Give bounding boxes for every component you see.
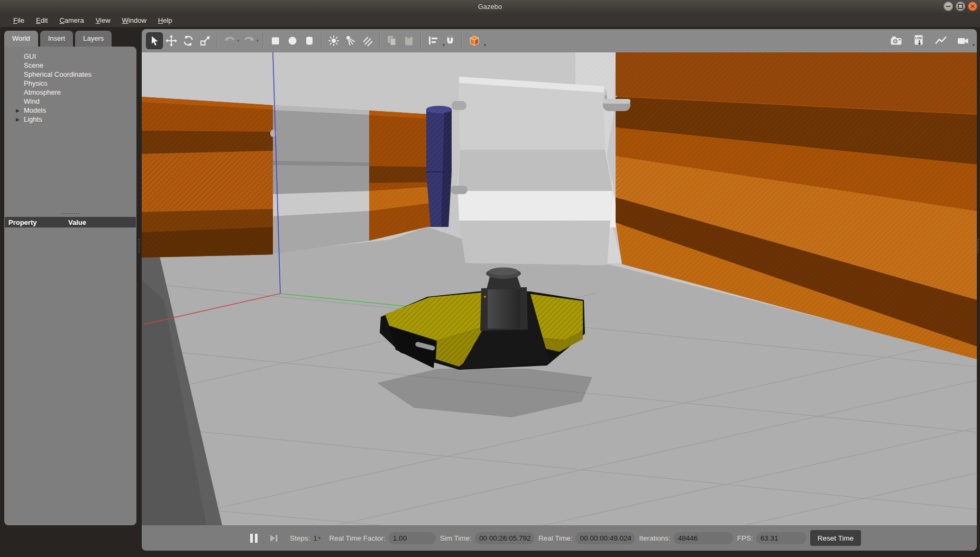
reset-time-button[interactable]: Reset Time (810, 530, 861, 546)
left-splitter-handle[interactable] (139, 239, 140, 253)
tree-item-scene[interactable]: Scene (4, 61, 136, 70)
menu-file[interactable]: File (7, 14, 30, 26)
value-column-header: Value (68, 218, 86, 226)
barrier-white-center (451, 77, 630, 265)
tab-layers[interactable]: Layers (75, 31, 112, 47)
log-recording-button[interactable]: LOG (910, 32, 927, 49)
undo-icon (223, 34, 236, 47)
steps-caret-icon[interactable]: ▾ (318, 535, 321, 541)
translate-tool-button[interactable] (163, 32, 180, 49)
spot-light-button[interactable] (342, 32, 359, 49)
align-icon (427, 34, 439, 47)
world-panel-body: GUI Scene Spherical Coordinates Physics … (4, 47, 136, 525)
box-icon (269, 34, 282, 47)
title-bar[interactable]: Gazebo ✕ (0, 0, 980, 13)
insert-cylinder-button[interactable] (301, 32, 318, 49)
expand-arrow-icon[interactable]: ▶ (16, 108, 24, 113)
screenshot-button[interactable] (888, 32, 905, 49)
iterations-label: Iterations: (639, 534, 670, 542)
rtf-label: Real Time Factor: (329, 534, 386, 542)
scale-tool-button[interactable] (197, 32, 214, 49)
camera-icon (890, 34, 903, 47)
close-icon: ✕ (970, 3, 975, 10)
copy-button[interactable] (383, 32, 400, 49)
window-controls: ✕ (944, 2, 977, 11)
world-tree: GUI Scene Spherical Coordinates Physics … (4, 47, 136, 211)
video-record-button[interactable]: ▾ (955, 32, 972, 49)
minimize-button[interactable] (944, 2, 953, 11)
property-table-empty (4, 227, 136, 525)
sphere-icon (286, 34, 299, 47)
redo-button[interactable] (241, 32, 258, 49)
cylinder-icon (303, 34, 316, 47)
insert-box-button[interactable] (267, 32, 284, 49)
paste-button[interactable] (400, 32, 417, 49)
real-time-value: 00 00:00:49.024 (575, 532, 635, 544)
view-cube-icon (468, 34, 481, 47)
sim-time-label: Sim Time: (440, 534, 472, 542)
maximize-button[interactable] (956, 2, 965, 11)
steps-value[interactable]: 1 (313, 534, 317, 542)
render-viewport-3d[interactable] (142, 52, 977, 525)
menu-window[interactable]: Window (116, 14, 152, 26)
view-angle-caret-icon: ▾ (484, 42, 487, 48)
point-light-button[interactable] (325, 32, 342, 49)
insert-sphere-button[interactable] (284, 32, 301, 49)
maximize-icon (958, 4, 963, 9)
minimize-icon (946, 6, 950, 7)
toolbar-right-group: LOG ▾ (888, 32, 972, 49)
iterations-value: 48446 (674, 532, 733, 544)
view-angle-button[interactable]: ▾ (466, 32, 483, 49)
tree-item-spherical[interactable]: Spherical Coordinates (4, 70, 136, 79)
panel-tabs: World Insert Layers (4, 29, 136, 47)
select-arrow-icon (148, 34, 161, 47)
plot-button[interactable] (932, 32, 949, 49)
simulation-status-bar: Steps: 1 ▾ Real Time Factor: 1.00 Sim Ti… (142, 525, 977, 551)
pause-button[interactable] (250, 534, 258, 543)
undo-button[interactable] (221, 32, 238, 49)
step-forward-icon (269, 534, 278, 543)
magnet-icon (444, 34, 456, 47)
barrier-gray-back (270, 105, 369, 253)
point-light-icon (327, 34, 340, 47)
tree-item-atmosphere[interactable]: Atmosphere (4, 88, 136, 97)
tree-item-models[interactable]: ▶ Models (4, 106, 136, 115)
plot-line-icon (934, 34, 948, 47)
steps-label: Steps: (290, 534, 310, 542)
snap-tool-button[interactable] (442, 32, 459, 49)
tab-insert[interactable]: Insert (40, 31, 74, 47)
panel-splitter[interactable] (4, 211, 136, 217)
copy-icon (386, 34, 398, 47)
tab-world[interactable]: World (4, 31, 38, 47)
step-button[interactable] (269, 534, 278, 543)
menu-help[interactable]: Help (152, 14, 178, 26)
rotate-tool-button[interactable] (180, 32, 197, 49)
directional-light-icon (361, 34, 374, 47)
tree-item-lights[interactable]: ▶ Lights (4, 115, 136, 124)
expand-arrow-icon[interactable]: ▶ (16, 117, 24, 122)
main-area: World Insert Layers GUI Scene Spherical … (4, 29, 977, 551)
viewport-column: ▾ ▾ (142, 29, 977, 551)
select-tool-button[interactable] (146, 32, 163, 49)
gazebo-window: { "window": { "title": "Gazebo" }, "menu… (0, 0, 980, 557)
close-button[interactable]: ✕ (968, 2, 977, 11)
real-time-label: Real Time: (538, 534, 573, 542)
viewport-toolbar: ▾ ▾ (142, 29, 977, 52)
pause-icon (250, 534, 253, 543)
svg-text:LOG: LOG (915, 36, 922, 40)
menu-edit[interactable]: Edit (30, 14, 53, 26)
menu-camera[interactable]: Camera (53, 14, 89, 26)
tree-item-gui[interactable]: GUI (4, 52, 136, 61)
video-caret-icon: ▾ (972, 42, 975, 48)
align-tool-button[interactable]: ▾ (425, 32, 442, 49)
rtf-value: 1.00 (389, 532, 436, 544)
right-splitter-handle[interactable] (977, 239, 978, 253)
redo-icon (243, 34, 255, 47)
tree-item-wind[interactable]: Wind (4, 97, 136, 106)
menu-view[interactable]: View (90, 14, 116, 26)
directional-light-button[interactable] (359, 32, 376, 49)
wall-orange-left (142, 97, 273, 258)
fps-value: 63.31 (756, 532, 806, 544)
log-icon: LOG (912, 34, 925, 48)
tree-item-physics[interactable]: Physics (4, 79, 136, 88)
